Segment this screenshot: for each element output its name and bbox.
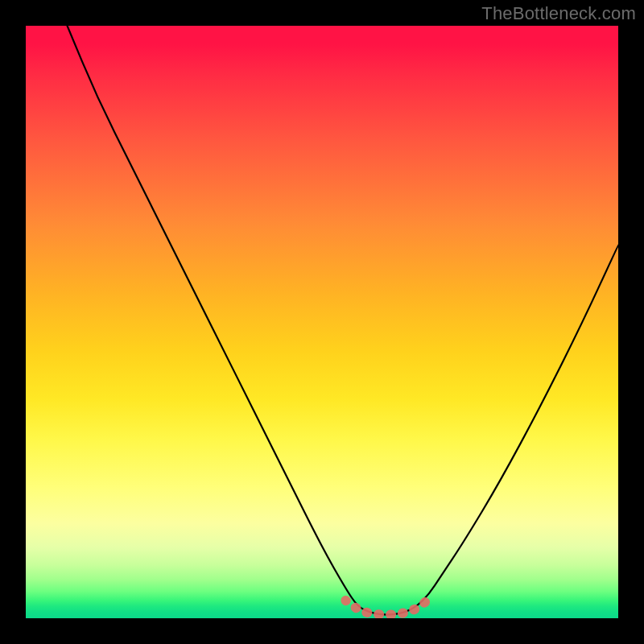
watermark-text: TheBottleneck.com xyxy=(481,3,636,24)
series-bottleneck-curve xyxy=(68,26,618,615)
plot-area xyxy=(26,26,618,618)
chart-frame: TheBottleneck.com xyxy=(0,0,644,644)
chart-svg xyxy=(26,26,618,618)
series-sweet-spot-band xyxy=(345,599,428,614)
curve-layer xyxy=(68,26,618,615)
